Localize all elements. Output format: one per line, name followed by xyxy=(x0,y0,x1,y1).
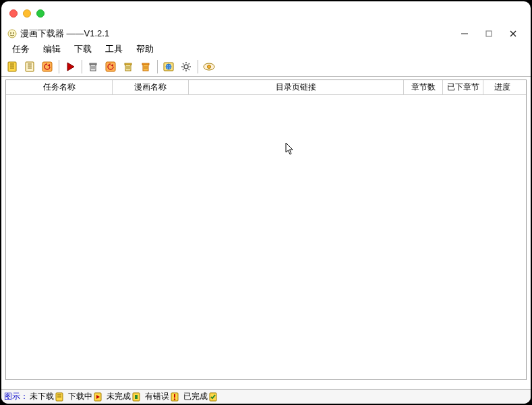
menu-download[interactable]: 下载 xyxy=(67,42,98,57)
menu-task[interactable]: 任务 xyxy=(5,42,36,57)
menubar: 任务 编辑 下载 工具 帮助 xyxy=(1,42,531,57)
downloading-icon xyxy=(93,392,102,402)
app-window: 漫画下载器 ——V1.2.1 任务 编辑 下载 工具 帮助 xyxy=(1,1,531,404)
col-task-name[interactable]: 任务名称 xyxy=(6,80,113,94)
svg-point-58 xyxy=(174,398,175,400)
svg-rect-11 xyxy=(26,62,34,71)
preview-button[interactable] xyxy=(201,59,217,75)
toolbar-separator xyxy=(155,59,159,75)
svg-point-1 xyxy=(10,32,11,34)
svg-rect-31 xyxy=(142,63,149,65)
legend-downloading: 下载中 xyxy=(68,391,102,402)
svg-line-43 xyxy=(183,63,184,65)
svg-line-46 xyxy=(189,63,190,65)
mac-minimize-button[interactable] xyxy=(23,9,31,18)
delete-selected-button[interactable] xyxy=(120,59,136,75)
cursor-icon xyxy=(285,142,296,156)
error-icon xyxy=(170,392,179,402)
col-chapter-count[interactable]: 章节数 xyxy=(404,80,443,94)
table-body[interactable] xyxy=(6,95,526,379)
menu-tools[interactable]: 工具 xyxy=(98,42,129,57)
start-button[interactable] xyxy=(62,59,78,75)
col-catalog-link[interactable]: 目录页链接 xyxy=(189,80,404,94)
svg-line-44 xyxy=(189,69,190,70)
toolbar xyxy=(1,57,531,77)
statusbar: 图示： 未下载 下载中 未完成 有错误 已完成 xyxy=(1,389,531,404)
legend-complete: 已完成 xyxy=(183,391,218,402)
svg-line-45 xyxy=(183,69,184,70)
svg-rect-23 xyxy=(106,62,115,71)
menu-help[interactable]: 帮助 xyxy=(129,42,160,57)
svg-rect-7 xyxy=(8,62,16,71)
svg-rect-55 xyxy=(135,395,138,399)
app-icon xyxy=(7,28,18,39)
svg-rect-15 xyxy=(42,62,52,71)
add-task-button[interactable] xyxy=(4,59,20,75)
close-button[interactable] xyxy=(501,26,525,41)
delete-all-button[interactable] xyxy=(138,59,154,75)
reload-button[interactable] xyxy=(102,59,119,75)
menu-edit[interactable]: 编辑 xyxy=(36,42,67,57)
col-downloaded-chapters[interactable]: 已下章节 xyxy=(443,80,483,94)
not-downloaded-icon xyxy=(55,392,64,402)
mac-close-button[interactable] xyxy=(9,9,18,18)
task-list-button[interactable] xyxy=(22,59,38,75)
svg-rect-26 xyxy=(125,63,131,65)
toolbar-separator xyxy=(80,59,84,75)
delete-button[interactable] xyxy=(85,59,101,75)
svg-rect-4 xyxy=(486,31,492,36)
legend-label: 图示： xyxy=(4,391,28,402)
legend-not-downloaded: 未下载 xyxy=(30,391,64,402)
col-comic-name[interactable]: 漫画名称 xyxy=(113,80,189,94)
toolbar-separator xyxy=(196,59,200,75)
mac-zoom-button[interactable] xyxy=(36,9,45,18)
win-titlebar: 漫画下载器 ——V1.2.1 xyxy=(1,26,531,42)
toolbar-separator xyxy=(57,59,61,75)
minimize-button[interactable] xyxy=(452,26,477,41)
settings-button[interactable] xyxy=(178,59,194,75)
svg-point-38 xyxy=(184,65,188,69)
legend-incomplete: 未完成 xyxy=(107,391,141,402)
svg-point-48 xyxy=(208,65,211,68)
maximize-button[interactable] xyxy=(477,26,501,41)
refresh-button[interactable] xyxy=(39,59,55,75)
svg-rect-19 xyxy=(90,63,96,65)
task-table: 任务名称 漫画名称 目录页链接 章节数 已下章节 进度 xyxy=(5,80,527,380)
svg-point-0 xyxy=(8,30,16,38)
col-progress[interactable]: 进度 xyxy=(483,80,521,94)
complete-icon xyxy=(208,392,218,402)
svg-marker-17 xyxy=(67,63,74,71)
svg-point-2 xyxy=(13,32,14,34)
table-header: 任务名称 漫画名称 目录页链接 章节数 已下章节 进度 xyxy=(6,80,526,95)
mac-titlebar xyxy=(1,1,531,26)
window-title: 漫画下载器 ——V1.2.1 xyxy=(20,28,109,40)
incomplete-icon xyxy=(131,392,141,402)
legend-error: 有错误 xyxy=(145,391,179,402)
browser-button[interactable] xyxy=(160,59,177,75)
